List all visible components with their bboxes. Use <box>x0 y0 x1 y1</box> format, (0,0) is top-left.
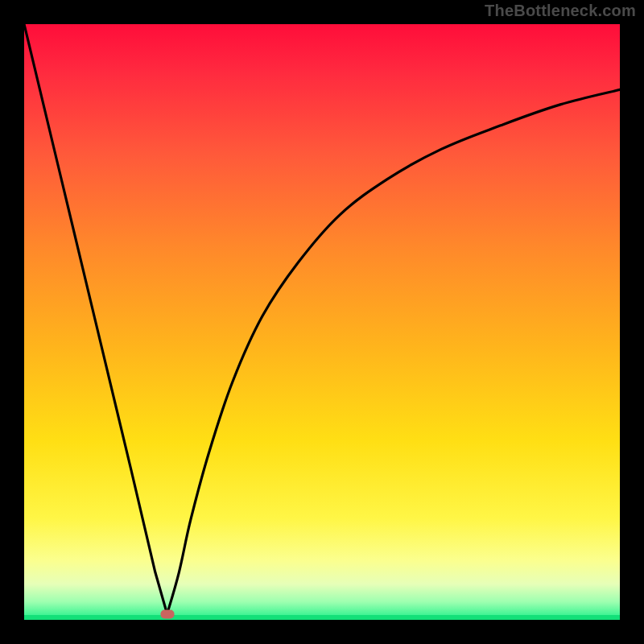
plot-area <box>24 24 620 620</box>
curve-path-left <box>24 24 167 614</box>
vertex-marker <box>160 609 174 618</box>
curve-path-right <box>167 89 620 613</box>
watermark-text: TheBottleneck.com <box>485 2 636 20</box>
curve-svg <box>24 24 620 620</box>
chart-frame: TheBottleneck.com <box>0 0 644 644</box>
